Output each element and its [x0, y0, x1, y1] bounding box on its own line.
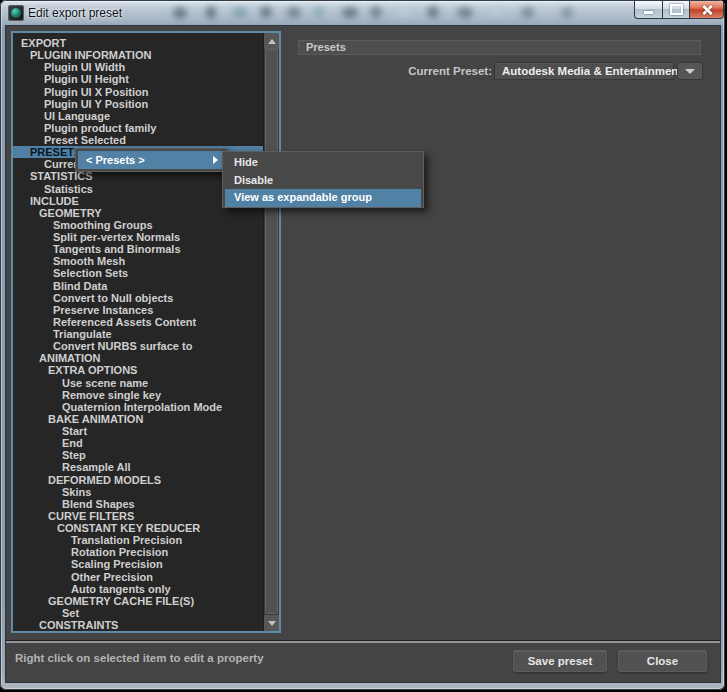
submenu-arrow-icon [213, 156, 218, 164]
tree-item[interactable]: Scaling Precision [13, 558, 264, 570]
tree-item[interactable]: Preserve Instances [13, 304, 264, 316]
tree-item[interactable]: Set [13, 607, 264, 619]
glass-reflection-blob [427, 6, 439, 18]
tree-item[interactable]: DEFORMED MODELS [13, 474, 264, 486]
tree-item[interactable]: Triangulate [13, 328, 264, 340]
tree-item[interactable]: End [13, 437, 264, 449]
glass-reflection-blob [342, 7, 358, 18]
window-controls [634, 1, 724, 19]
titlebar[interactable]: Edit export preset [1, 1, 724, 25]
window-title: Edit export preset [28, 6, 122, 20]
scroll-down-button[interactable] [264, 615, 279, 631]
tree-item[interactable]: Rotation Precision [13, 546, 264, 558]
glass-reflection-blob [206, 6, 216, 19]
maya-app-icon [8, 5, 24, 21]
tree-item[interactable]: GEOMETRY CACHE FILE(S) [13, 595, 264, 607]
preset-property-tree[interactable]: EXPORTPLUGIN INFORMATIONPlugin UI WidthP… [11, 31, 281, 633]
context-submenu: HideDisableView as expandable group [222, 151, 424, 208]
save-preset-button[interactable]: Save preset [513, 650, 607, 672]
glass-reflection-blob [370, 6, 382, 18]
maya-logo-orb-icon [11, 8, 21, 18]
tree-item[interactable]: Skins [13, 486, 264, 498]
tree-item[interactable]: Smooth Mesh [13, 255, 264, 267]
tree-item[interactable]: Blend Shapes [13, 498, 264, 510]
close-dialog-button[interactable]: Close [618, 650, 707, 672]
tree-item[interactable]: Auto tangents only [13, 583, 264, 595]
tree-item[interactable]: Resample All [13, 461, 264, 473]
tree-item[interactable]: Split per-vertex Normals [13, 231, 264, 243]
tree-item[interactable]: BAKE ANIMATION [13, 413, 264, 425]
status-hint: Right click on selected item to edit a p… [15, 652, 264, 664]
chevron-down-icon [685, 69, 695, 74]
tree-item[interactable]: EXPORT [13, 37, 264, 49]
tree-item[interactable]: Plugin UI Y Position [13, 98, 264, 110]
glass-reflection-blob [314, 6, 324, 18]
glass-reflection-blob [260, 6, 272, 18]
context-menu-item[interactable]: View as expandable group [225, 189, 421, 207]
current-preset-dropdown[interactable]: Autodesk Media & Entertainment [494, 62, 674, 80]
glass-reflection-blob [521, 7, 534, 18]
edit-export-preset-dialog: Edit export preset EXPORTPLUGIN INFORMAT… [0, 0, 725, 690]
presets-group-header: Presets [298, 40, 701, 55]
tree-item[interactable]: Other Precision [13, 571, 264, 583]
tree-item[interactable]: CONSTRAINTS [13, 619, 264, 631]
tree-item[interactable]: ANIMATION [13, 352, 264, 364]
tree-item[interactable]: Preset Selected [13, 134, 264, 146]
close-window-button[interactable] [690, 1, 724, 19]
glass-reflection-blob [490, 6, 500, 18]
presets-group-title: Presets [306, 41, 346, 53]
arrow-up-icon [268, 39, 276, 44]
tree-item[interactable]: PLUGIN INFORMATION [13, 49, 264, 61]
context-menu-item[interactable]: Disable [225, 172, 421, 190]
tree-item[interactable]: GEOMETRY [13, 207, 264, 219]
maximize-button[interactable] [663, 1, 690, 19]
scrollbar-thumb[interactable] [265, 49, 278, 614]
tree-item[interactable]: Plugin UI X Position [13, 86, 264, 98]
minimize-button[interactable] [634, 1, 663, 19]
tree-item[interactable]: CONSTANT KEY REDUCER [13, 522, 264, 534]
close-icon [701, 5, 713, 15]
tree-item[interactable]: EXTRA OPTIONS [13, 364, 264, 376]
context-menu-parent-label: < Presets > [86, 154, 145, 166]
current-preset-label: Current Preset: [360, 65, 492, 79]
glass-reflection-blob [232, 7, 248, 18]
glass-reflection-blob [561, 7, 573, 18]
dialog-client-area: EXPORTPLUGIN INFORMATIONPlugin UI WidthP… [5, 25, 721, 683]
tree-item[interactable]: Plugin product family [13, 122, 264, 134]
minimize-icon [644, 11, 653, 14]
context-menu-item[interactable]: Hide [225, 154, 421, 172]
tree-item[interactable]: Convert to Null objects [13, 292, 264, 304]
glass-reflection-blob [457, 7, 473, 18]
tree-item[interactable]: Referenced Assets Content [13, 316, 264, 328]
tree-item[interactable]: Remove single key [13, 389, 264, 401]
glass-reflection-blob [287, 7, 301, 18]
tree-item[interactable]: Plugin UI Width [13, 61, 264, 73]
tree-item[interactable]: Plugin UI Height [13, 73, 264, 85]
maximize-icon [670, 4, 683, 15]
arrow-down-icon [268, 621, 276, 626]
tree-item[interactable]: Step [13, 449, 264, 461]
tree-item[interactable]: Quaternion Interpolation Mode [13, 401, 264, 413]
tree-item[interactable]: Selection Sets [13, 267, 264, 279]
context-menu-parent-item[interactable]: < Presets > [78, 151, 225, 169]
glass-reflection-blob [397, 7, 411, 18]
tree-item[interactable]: Translation Precision [13, 534, 264, 546]
tree-item[interactable]: Use scene name [13, 377, 264, 389]
tree-item[interactable]: CURVE FILTERS [13, 510, 264, 522]
tree-item[interactable]: Smoothing Groups [13, 219, 264, 231]
statusbar-separator [6, 640, 720, 643]
tree-item[interactable]: Blind Data [13, 280, 264, 292]
tree-scrollbar[interactable] [263, 33, 279, 631]
tree-list: EXPORTPLUGIN INFORMATIONPlugin UI WidthP… [13, 33, 264, 631]
context-menu: < Presets > [75, 148, 228, 172]
current-preset-dropdown-button[interactable] [677, 62, 703, 80]
current-preset-value: Autodesk Media & Entertainment [502, 65, 682, 77]
tree-item[interactable]: Start [13, 425, 264, 437]
tree-item[interactable]: UI Language [13, 110, 264, 122]
tree-item[interactable]: Tangents and Binormals [13, 243, 264, 255]
tree-item[interactable]: Convert NURBS surface to [13, 340, 264, 352]
glass-reflection-blob [173, 7, 187, 19]
scroll-up-button[interactable] [264, 33, 279, 49]
